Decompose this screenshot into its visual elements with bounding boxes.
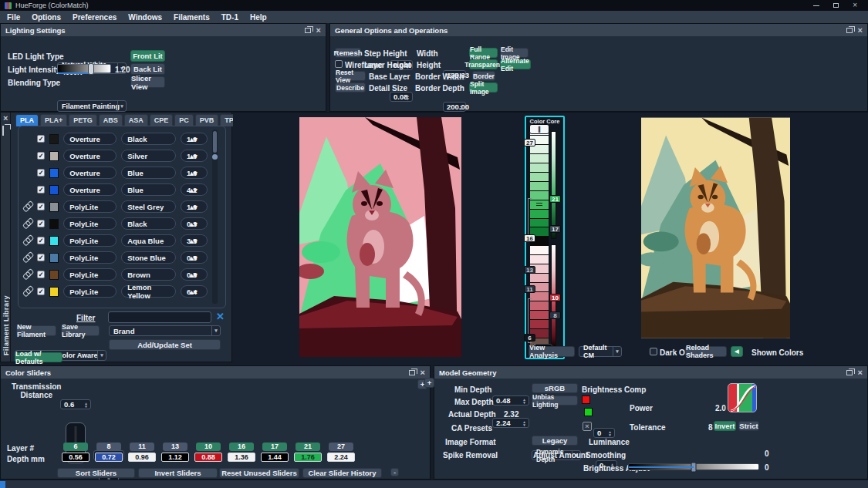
menu-filaments[interactable]: Filaments: [174, 13, 210, 22]
spinner-down-icon[interactable]: ▾: [194, 169, 198, 177]
general-options-header[interactable]: General Options and Operations ×: [330, 24, 867, 36]
filament-row[interactable]: ✓ Overture Blue 4.2▴▾: [22, 183, 208, 196]
depth-value[interactable]: 1.44: [261, 453, 289, 462]
spinner-down-icon[interactable]: ▾: [460, 107, 462, 110]
spinner-down-icon[interactable]: ▾: [194, 152, 198, 160]
transmission-spinner[interactable]: 0.6▴▾: [60, 399, 91, 409]
core-swatch[interactable]: [530, 210, 549, 219]
float-icon[interactable]: [409, 370, 415, 375]
filament-name[interactable]: Stone Blue: [121, 251, 176, 264]
lighting-settings-header[interactable]: Lighting Settings ×: [1, 24, 326, 36]
spinner-down-icon[interactable]: ▾: [194, 203, 198, 211]
spinner-down-icon[interactable]: ▾: [194, 186, 198, 194]
alternate-edit-button[interactable]: Alternate Edit: [500, 59, 531, 69]
clear-slider-history-button[interactable]: Clear Slider History: [302, 468, 382, 478]
depth-value[interactable]: 1.12: [161, 453, 189, 462]
reset-view-button[interactable]: Reset View: [335, 71, 366, 81]
filament-name[interactable]: Brown: [121, 268, 176, 281]
filament-name[interactable]: Silver: [121, 150, 176, 162]
filament-brand[interactable]: PolyLite: [63, 285, 117, 298]
load-defaults-button[interactable]: Load w/ Defaults: [15, 352, 62, 362]
default-cm-combo[interactable]: Default CM ▾: [579, 346, 622, 357]
model-geometry-header[interactable]: Model Geometry ×: [434, 366, 867, 379]
depth-value[interactable]: 0.72: [95, 453, 123, 462]
slicer-view-button[interactable]: Slicer View: [130, 76, 165, 88]
core-swatch[interactable]: [530, 219, 549, 228]
link-icon[interactable]: [20, 250, 35, 264]
filament-brand[interactable]: PolyLite: [63, 200, 117, 213]
core-swatch[interactable]: [530, 311, 549, 320]
link-icon[interactable]: [20, 233, 35, 247]
close-panel-icon[interactable]: ×: [316, 27, 321, 34]
filament-checkbox[interactable]: ✓: [37, 288, 45, 295]
tab-pla-plus[interactable]: PLA+: [40, 114, 67, 126]
intensity-handle[interactable]: [88, 63, 94, 75]
tab-abs[interactable]: ABS: [99, 114, 123, 126]
split-image-button[interactable]: Split Image: [469, 82, 498, 93]
light-intensity-slider[interactable]: [57, 64, 111, 73]
filament-td-spinner[interactable]: 0.3▴▾: [181, 217, 208, 230]
invert-button[interactable]: Invert: [714, 421, 736, 431]
depth-value[interactable]: 0.96: [128, 453, 156, 462]
depth-value[interactable]: 2.24: [327, 453, 355, 462]
spinner-down-icon[interactable]: ▾: [523, 401, 525, 404]
depth-value[interactable]: 1.36: [228, 453, 255, 462]
menu-preferences[interactable]: Preferences: [73, 13, 117, 22]
float-icon[interactable]: [305, 28, 311, 33]
filament-td-spinner[interactable]: 1.0▴▾: [181, 200, 208, 213]
tab-pvb[interactable]: PVB: [195, 114, 219, 126]
filament-brand[interactable]: PolyLite: [63, 251, 117, 264]
min-depth-spinner[interactable]: 0.48▴▾: [492, 395, 529, 406]
full-range-button[interactable]: Full Range: [469, 48, 498, 58]
core-swatch[interactable]: [530, 246, 549, 255]
depth-value[interactable]: 1.76: [294, 453, 322, 462]
max-depth-spinner[interactable]: 2.24▴▾: [492, 418, 529, 428]
spinner-down-icon[interactable]: ▾: [194, 220, 198, 228]
unbias-lighting-button[interactable]: Unbias Lighting: [532, 395, 578, 406]
spinner-down-icon[interactable]: ▾: [609, 433, 611, 436]
filament-td-spinner[interactable]: 4.2▴▾: [181, 183, 208, 196]
filament-brand[interactable]: Overture: [63, 150, 117, 162]
core-swatch[interactable]: [530, 255, 549, 264]
close-panel-icon[interactable]: ×: [858, 369, 863, 376]
dock-add-button[interactable]: +: [424, 378, 434, 388]
link-icon[interactable]: [20, 216, 35, 231]
filament-row[interactable]: ✓ PolyLite Aqua Blue 3.5▴▾: [22, 234, 208, 247]
filament-td-spinner[interactable]: 1.0▴▾: [181, 150, 208, 162]
depth-value[interactable]: 0.56: [62, 453, 90, 462]
float-icon[interactable]: [846, 370, 853, 375]
red-comp-spinner[interactable]: 0▴▾: [593, 428, 615, 438]
depth-value[interactable]: 0.88: [194, 453, 222, 462]
reload-shaders-button[interactable]: Reload Shaders: [685, 346, 727, 357]
filament-checkbox[interactable]: ✓: [37, 237, 45, 244]
link-icon[interactable]: [20, 199, 35, 214]
viewer-canvas[interactable]: Color Core: [233, 112, 868, 365]
core-swatch[interactable]: [530, 163, 549, 173]
core-swatch[interactable]: [530, 274, 549, 283]
filament-name[interactable]: Blue: [121, 183, 176, 196]
filament-row[interactable]: ✓ PolyLite Steel Grey 1.0▴▾: [22, 200, 208, 213]
blending-type-combo[interactable]: Filament Painting ▾: [57, 100, 127, 112]
filament-checkbox[interactable]: ✓: [37, 186, 45, 194]
filament-name[interactable]: Steel Grey: [121, 200, 176, 213]
link-icon[interactable]: [20, 284, 35, 298]
view-analysis-button[interactable]: View Analysis: [529, 346, 575, 357]
filament-row[interactable]: ✓ PolyLite Black 0.3▴▾: [22, 217, 208, 230]
layer-tag[interactable]: 6: [524, 334, 535, 342]
new-filament-button[interactable]: New Filament: [16, 325, 56, 336]
layer-tag[interactable]: 10: [549, 294, 561, 301]
menu-file[interactable]: File: [7, 13, 20, 22]
filament-brand[interactable]: Overture: [63, 183, 117, 196]
layer-tag[interactable]: 13: [524, 266, 535, 274]
color-sliders-header[interactable]: Color Sliders ×: [1, 366, 430, 379]
filament-brand[interactable]: PolyLite: [63, 268, 117, 281]
dark-outer-checkbox[interactable]: [650, 348, 657, 355]
float-icon[interactable]: [2, 126, 4, 136]
core-top-handle[interactable]: ∥: [529, 124, 549, 134]
filament-checkbox[interactable]: ✓: [37, 220, 45, 227]
srgb-button[interactable]: sRGB: [532, 383, 578, 393]
filament-checkbox[interactable]: ✓: [37, 135, 45, 143]
core-swatch[interactable]: [530, 182, 549, 191]
brightness-adjust-slider[interactable]: [628, 463, 759, 470]
legacy-button[interactable]: Legacy: [532, 436, 578, 446]
